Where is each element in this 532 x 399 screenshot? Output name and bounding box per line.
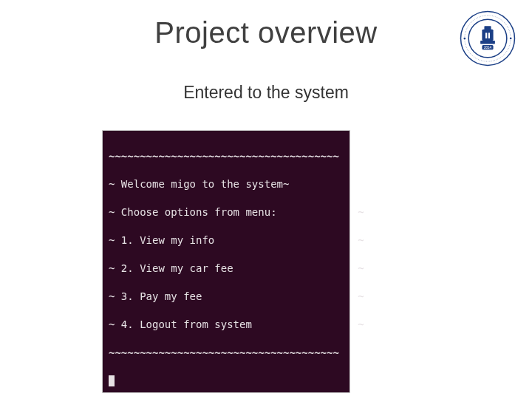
terminal-screenshot: ~~~~~~~~~~~~~~~~~~~~~~~~~~~~~~~~~~~~~ ~ … [102, 130, 350, 393]
svg-rect-9 [488, 33, 490, 38]
slide-subtitle: Entered to the system [0, 83, 532, 103]
terminal-line: ~ 2. View my car fee ~ [109, 262, 344, 276]
terminal-border-top: ~~~~~~~~~~~~~~~~~~~~~~~~~~~~~~~~~~~~~ [109, 149, 344, 163]
terminal-line: ~ 1. View my info ~ [109, 233, 344, 248]
terminal-border-bottom: ~~~~~~~~~~~~~~~~~~~~~~~~~~~~~~~~~~~~~ [109, 346, 344, 360]
slide-title: Project overview [0, 16, 532, 50]
terminal-line: ~ Welcome migo to the system~ [109, 177, 344, 191]
terminal-line: ~ 4. Logout from system ~ [109, 318, 344, 332]
logo-year: 2014 [484, 46, 492, 50]
svg-rect-6 [484, 26, 491, 30]
svg-rect-5 [482, 30, 493, 41]
svg-rect-8 [485, 33, 487, 38]
terminal-line: ~ Choose options from menu: ~ [109, 205, 344, 219]
terminal-cursor [109, 375, 115, 386]
svg-point-4 [510, 38, 512, 40]
university-seal-icon: 2014 [460, 10, 516, 66]
svg-point-3 [463, 38, 466, 40]
terminal-line: ~ 3. Pay my fee ~ [109, 290, 344, 304]
svg-rect-7 [480, 41, 495, 44]
